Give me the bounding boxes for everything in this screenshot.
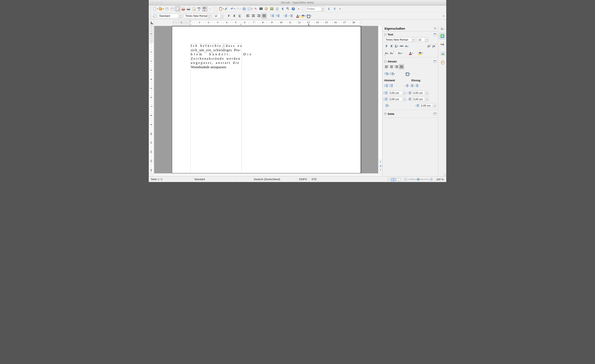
- horizontal-ruler[interactable]: 1123456789101112131415161718: [154, 20, 382, 25]
- numbered-list-button[interactable]: [270, 13, 275, 19]
- mail-document-button[interactable]: [170, 6, 175, 12]
- zoom-percentage[interactable]: 100 %: [435, 178, 446, 181]
- navigator-deck-tab[interactable]: [439, 59, 446, 65]
- increase-indent-button[interactable]: [404, 83, 409, 88]
- strikethrough-button[interactable]: ABC: [399, 43, 404, 49]
- multi-page-view-button[interactable]: [391, 178, 395, 181]
- text-line[interactable]: angepasst, anstatt die: [191, 61, 242, 65]
- new-document-button[interactable]: [152, 6, 158, 12]
- font-size-combobox[interactable]: 12 ▼: [213, 14, 224, 18]
- zoom-slider[interactable]: [408, 178, 429, 181]
- above-spacing-field[interactable]: 0,00 cm: [388, 91, 403, 95]
- format-paintbrush-button[interactable]: [224, 6, 230, 12]
- find-toolbar-combobox[interactable]: ▼: [305, 7, 324, 11]
- align-right-button[interactable]: [256, 13, 262, 19]
- collapse-icon[interactable]: −: [384, 60, 386, 63]
- bold-button[interactable]: F: [384, 43, 389, 49]
- hyperlink-button[interactable]: [241, 6, 247, 12]
- tab-stop-selector[interactable]: [149, 20, 154, 25]
- font-color-button[interactable]: A: [408, 50, 413, 56]
- increase-spacing-button[interactable]: [384, 83, 389, 88]
- decrease-indent-button[interactable]: [283, 13, 288, 19]
- status-selection-mode[interactable]: STD: [309, 178, 319, 181]
- print-button[interactable]: [186, 6, 191, 12]
- gallery-deck-tab[interactable]: [439, 50, 446, 57]
- align-center-button[interactable]: [251, 13, 256, 19]
- underline-button[interactable]: U: [237, 13, 242, 19]
- data-sources-button[interactable]: [275, 6, 280, 12]
- font-color-button[interactable]: A: [295, 13, 301, 19]
- export-pdf-button[interactable]: [180, 6, 186, 12]
- paragraph-background-button[interactable]: [405, 71, 411, 76]
- page-dialog-launcher[interactable]: [434, 113, 436, 115]
- navigator-button[interactable]: [264, 6, 269, 12]
- toolbar-more-button[interactable]: ▾: [296, 6, 301, 12]
- table-button[interactable]: [247, 6, 253, 12]
- right-indent-marker[interactable]: [240, 23, 242, 25]
- chevron-down-icon[interactable]: ▼: [220, 14, 224, 18]
- formatting-marks-button[interactable]: ¶: [280, 6, 285, 12]
- zoom-out-button[interactable]: −: [404, 178, 407, 181]
- bold-button[interactable]: F: [226, 13, 232, 19]
- status-page-count[interactable]: Seite 1 / 1: [149, 178, 193, 181]
- align-center-button[interactable]: [389, 64, 394, 69]
- align-justify-button[interactable]: [399, 64, 404, 69]
- background-color-button[interactable]: [306, 13, 312, 19]
- bullet-list-button[interactable]: [384, 71, 390, 76]
- resize-grip-icon[interactable]: [444, 174, 446, 176]
- auto-spellcheck-button[interactable]: ABC: [202, 6, 207, 12]
- paragraph-style-combobox[interactable]: Standard ▼: [158, 14, 182, 18]
- before-indent-field[interactable]: 0,00 cm: [412, 91, 425, 95]
- align-right-button[interactable]: [394, 64, 399, 69]
- before-indent-spinner[interactable]: ▲▼: [426, 91, 428, 95]
- status-page-style[interactable]: Standard: [193, 178, 237, 181]
- highlighting-button[interactable]: ab: [418, 50, 423, 56]
- document-view[interactable]: Ich befürchte, dass essich um ein schwie…: [154, 26, 378, 173]
- text-line[interactable]: Zeichenabstände werden: [191, 57, 242, 61]
- close-icon[interactable]: ✕: [434, 27, 436, 30]
- text-line[interactable]: sich um ein schwieriges Pro-: [191, 48, 242, 52]
- align-left-button[interactable]: [384, 64, 389, 69]
- font-name-combobox[interactable]: Times New Roman ▼: [184, 14, 211, 18]
- align-left-button[interactable]: [245, 13, 251, 19]
- undo-button[interactable]: ↶: [230, 6, 235, 12]
- properties-deck-tab[interactable]: [439, 33, 446, 39]
- character-spacing-button[interactable]: AV⇔: [397, 50, 403, 56]
- indent-marker[interactable]: [189, 20, 192, 25]
- increase-font-size-button[interactable]: |A▲: [426, 43, 431, 49]
- zoom-button[interactable]: [285, 6, 291, 12]
- line-spacing-button[interactable]: [384, 103, 390, 108]
- italic-button[interactable]: K: [232, 13, 237, 19]
- bullet-list-button[interactable]: [275, 13, 281, 19]
- text-line[interactable]: Wortabstände anzupassen.: [191, 65, 242, 69]
- draw-functions-button[interactable]: ✎: [253, 6, 258, 12]
- chevron-down-icon[interactable]: ▼: [178, 14, 182, 18]
- sidebar-font-name-combobox[interactable]: Times New Roman ▼: [384, 37, 415, 42]
- paste-button[interactable]: [218, 6, 224, 12]
- decrease-font-size-button[interactable]: |A▼: [431, 43, 436, 49]
- text-dialog-launcher[interactable]: [434, 33, 436, 36]
- find-dropdown-icon[interactable]: ▼: [321, 7, 324, 11]
- expand-icon[interactable]: +: [384, 113, 386, 115]
- first-line-indent-spinner[interactable]: ▲▼: [434, 103, 436, 108]
- switch-indent-button[interactable]: [414, 83, 419, 88]
- zoom-slider-handle[interactable]: [417, 178, 419, 180]
- first-line-indent-field[interactable]: 0,00 cm: [420, 103, 433, 107]
- help-button[interactable]: ?: [291, 6, 296, 12]
- chevron-down-icon[interactable]: ▼: [208, 14, 211, 18]
- below-spacing-spinner[interactable]: ▲▼: [403, 97, 406, 101]
- above-spacing-spinner[interactable]: ▲▼: [403, 91, 406, 95]
- highlighting-button[interactable]: ab: [301, 13, 306, 19]
- decrease-indent-button[interactable]: [409, 83, 414, 88]
- gallery-button[interactable]: [269, 6, 275, 12]
- find-toolbar-overflow-button[interactable]: ▾: [338, 6, 343, 12]
- italic-button[interactable]: K: [389, 43, 394, 49]
- vertical-ruler[interactable]: 11234567891011121314: [149, 26, 154, 173]
- find-previous-button[interactable]: ⇑: [332, 6, 338, 12]
- horizontal-scrollbar[interactable]: [154, 173, 382, 176]
- status-language[interactable]: Deutsch (Deutschland): [237, 178, 297, 181]
- underline-button[interactable]: U: [394, 43, 399, 49]
- toolbar-drag-handle[interactable]: [150, 7, 151, 11]
- vertical-scrollbar[interactable]: ▲ ▲ ▼ ▼: [378, 26, 382, 173]
- styles-dialog-button[interactable]: ⚿: [152, 13, 158, 19]
